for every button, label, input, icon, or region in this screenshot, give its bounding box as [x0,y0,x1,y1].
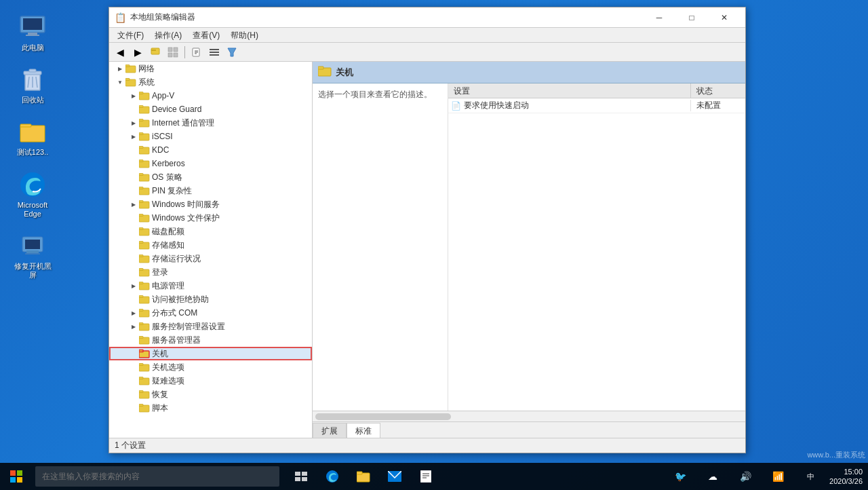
expand-service-mgr[interactable] [128,335,139,345]
hscroll-thumb[interactable] [315,413,451,420]
taskbar-mail[interactable] [380,463,410,490]
menu-view[interactable]: 查看(V) [187,28,225,43]
tree-item-distrib-com[interactable]: ▶ 分布式 COM [109,306,312,320]
expand-kerberos[interactable] [128,158,139,169]
volume-icon[interactable]: 🔊 [730,463,760,490]
tree-item-recovery[interactable]: 恢复 [109,388,312,401]
desktop-icon-test[interactable]: 测试123.. [12,118,53,157]
expand-windows-file[interactable] [128,212,139,223]
desktop-icon-this-pc[interactable]: 此电脑 [12,14,53,52]
expand-power[interactable]: ▶ [128,280,139,291]
tree-item-iscsi[interactable]: ▶ iSCSI [109,130,312,143]
tree-item-service-mgr[interactable]: 服务器管理器 [109,333,312,347]
desktop-icon-edge[interactable]: Microsoft Edge [12,171,53,219]
expand-deviceguard[interactable] [128,104,139,115]
minimize-button[interactable]: ─ [644,7,675,28]
start-button[interactable] [0,463,33,490]
tree-panel[interactable]: ▶ 网络 ▼ 系统 ▶ App-V [109,62,313,438]
expand-access[interactable] [128,294,139,305]
tree-item-shutdown[interactable]: 关机 [109,347,312,360]
tab-expand[interactable]: 扩展 [313,423,347,438]
export-button[interactable] [189,45,205,60]
svg-rect-91 [295,477,300,481]
expand-storage-sense[interactable] [128,240,139,250]
table-row[interactable]: 📄 要求使用快速启动 未配置 [448,98,745,113]
expand-troubleshoot[interactable] [128,375,139,386]
tree-item-scripts[interactable]: 脚本 [109,401,312,415]
tree-item-deviceguard[interactable]: Device Guard [109,102,312,116]
up-button[interactable] [147,45,163,60]
tree-item-access-denied[interactable]: 访问被拒绝协助 [109,293,312,306]
taskbar-note[interactable] [411,463,441,490]
expand-shutdown[interactable] [128,348,139,359]
menu-help[interactable]: 帮助(H) [225,28,264,43]
taskbar-edge[interactable] [317,463,347,490]
taskbar-time[interactable]: 15:00 2020/3/26 [829,467,863,487]
expand-service-ctrl[interactable]: ▶ [128,321,139,332]
tree-item-network[interactable]: ▶ 网络 [109,62,312,75]
desktop-icon-recycle-bin[interactable]: 回收站 [12,66,53,105]
tree-item-service-ctrl[interactable]: ▶ 服务控制管理器设置 [109,320,312,333]
tree-item-system[interactable]: ▼ 系统 [109,75,312,89]
svg-rect-97 [420,470,431,483]
panel-hscroll[interactable] [313,411,745,421]
tree-item-storage-run[interactable]: 存储运行状况 [109,252,312,265]
expand-recovery[interactable] [128,389,139,400]
window-title: 本地组策略编辑器 [130,12,644,23]
twitter-icon[interactable]: 🐦 [665,463,695,490]
expand-pin[interactable] [128,185,139,196]
taskbar-app-icons [286,463,441,490]
tree-item-appv[interactable]: ▶ App-V [109,89,312,102]
list-button[interactable] [206,45,222,60]
tree-item-pin[interactable]: PIN 复杂性 [109,184,312,197]
expand-windows-time[interactable]: ▶ [128,199,139,210]
close-button[interactable]: ✕ [709,7,740,28]
col-header-status: 状态 [691,83,745,98]
filter-button[interactable] [224,45,240,60]
svg-rect-40 [139,119,143,121]
back-button[interactable]: ◀ [112,45,128,60]
tree-item-internet-comm[interactable]: ▶ Internet 通信管理 [109,116,312,130]
expand-storage-run[interactable] [128,253,139,264]
forward-button[interactable]: ▶ [130,45,146,60]
svg-rect-34 [125,79,130,81]
expand-distrib[interactable]: ▶ [128,307,139,318]
view-button[interactable] [165,45,181,60]
svg-rect-89 [295,472,300,476]
tree-item-shutdown-opts[interactable]: 关机选项 [109,360,312,374]
tree-item-troubleshoot[interactable]: 疑难选项 [109,374,312,388]
test-label: 测试123.. [17,148,48,157]
expand-os[interactable] [128,172,139,183]
expand-login[interactable] [128,267,139,278]
ime-icon[interactable]: 中 [795,463,825,490]
tree-item-storage-sense[interactable]: 存储感知 [109,238,312,252]
expand-network[interactable]: ▶ [115,63,125,74]
expand-shutdown-opts[interactable] [128,362,139,373]
tab-standard[interactable]: 标准 [347,423,380,438]
tree-item-os-policy[interactable]: OS 策略 [109,170,312,184]
menu-file[interactable]: 文件(F) [112,28,149,43]
expand-scripts[interactable] [128,402,139,413]
tree-item-power[interactable]: ▶ 电源管理 [109,279,312,293]
cloud-icon[interactable]: ☁ [698,463,728,490]
tree-item-login[interactable]: 登录 [109,265,312,279]
expand-internet[interactable]: ▶ [128,117,139,128]
svg-rect-62 [139,269,143,271]
search-input[interactable] [35,466,279,487]
network-icon[interactable]: 📶 [763,463,793,490]
menu-action[interactable]: 操作(A) [149,28,187,43]
tree-item-windows-file[interactable]: Windows 文件保护 [109,211,312,225]
maximize-button[interactable]: □ [676,7,707,28]
expand-appv[interactable]: ▶ [128,90,139,101]
desktop-icon-recovery[interactable]: 修复开机黑屏 [12,232,53,280]
expand-system[interactable]: ▼ [115,77,125,88]
tree-item-windows-time[interactable]: ▶ Windows 时间服务 [109,197,312,211]
tree-item-disk[interactable]: 磁盘配额 [109,225,312,238]
taskbar-file-explorer[interactable] [349,463,378,490]
tree-item-kdc[interactable]: KDC [109,143,312,157]
tree-item-kerberos[interactable]: Kerberos [109,157,312,170]
taskbar-task-view[interactable] [286,463,316,490]
expand-kdc[interactable] [128,145,139,155]
expand-disk[interactable] [128,226,139,237]
expand-iscsi[interactable]: ▶ [128,131,139,142]
